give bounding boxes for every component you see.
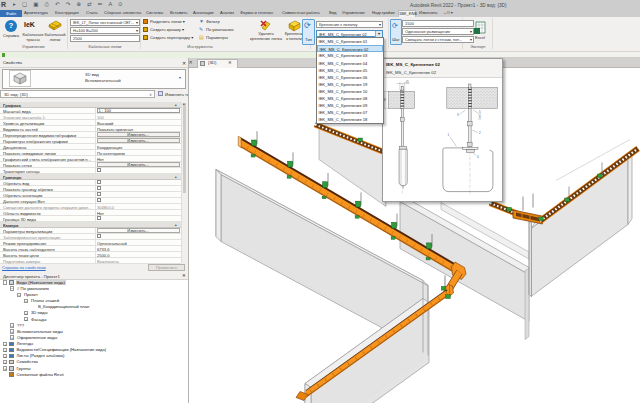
svg-text:3: 3 [457,114,459,118]
svg-text:2: 2 [479,131,481,135]
svg-text:1: 1 [447,133,449,137]
svg-text:45: 45 [405,80,409,84]
svg-text:4: 4 [477,155,479,159]
